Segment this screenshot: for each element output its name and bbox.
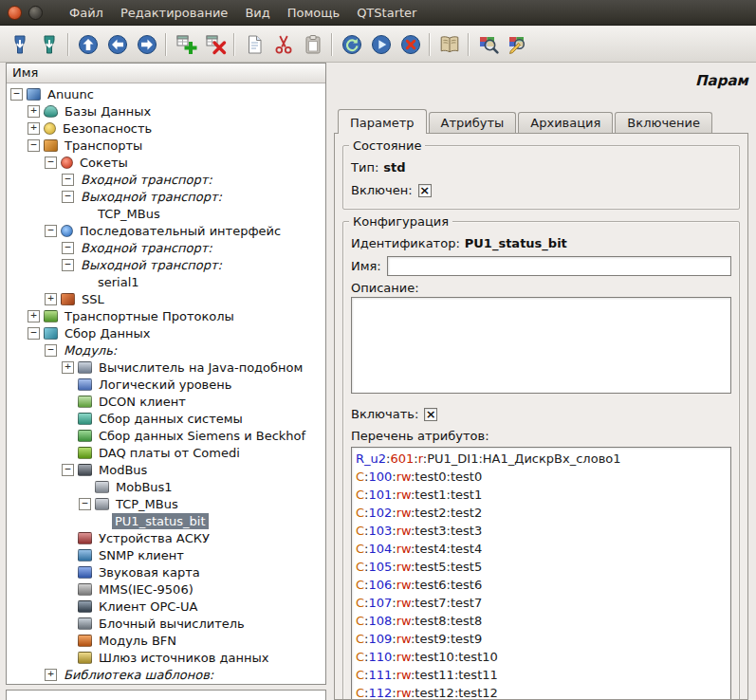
attribute-row[interactable]: C:102:rw:test2:test2 <box>352 504 730 522</box>
tree-item[interactable]: DCON клиент <box>7 393 325 410</box>
menu-item[interactable]: Вид <box>236 2 278 24</box>
tree-item[interactable]: −TCP_MBus <box>7 495 325 512</box>
expand-icon[interactable]: + <box>45 293 57 305</box>
window-close-button[interactable] <box>8 6 22 20</box>
menu-item[interactable]: Редактирование <box>112 2 236 24</box>
tree-item[interactable]: −ModBus <box>7 461 325 478</box>
tree-item[interactable]: Шлюз источников данных <box>7 649 325 666</box>
tree-item[interactable]: Логический уровень <box>7 376 325 393</box>
tree-item[interactable]: −Входной транспорт: <box>7 171 325 188</box>
delete-item-button[interactable] <box>200 29 230 59</box>
tree-item[interactable]: −Выходной транспорт: <box>7 256 325 273</box>
tree-item[interactable]: SNMP клиент <box>7 546 325 563</box>
attribute-row[interactable]: C:105:rw:test5:test5 <box>352 558 730 576</box>
expand-icon[interactable]: + <box>28 122 40 135</box>
attribute-row[interactable]: C:103:rw:test3:test3 <box>352 522 730 540</box>
tree-item[interactable]: +Библиотека шаблонов: <box>7 666 325 683</box>
attribute-row[interactable]: C:110:rw:test10:test10 <box>352 648 730 666</box>
tab[interactable]: Включение <box>615 112 712 133</box>
cut-button[interactable] <box>268 29 298 59</box>
tree-item[interactable]: −Anuunc <box>7 85 325 102</box>
tree-item[interactable]: +Вычислитель на Java-подобном <box>7 359 325 376</box>
reload-button[interactable] <box>337 29 366 59</box>
tree-item[interactable]: Сбор данных Siemens и Beckhof <box>7 427 325 444</box>
collapse-icon[interactable]: − <box>62 174 74 186</box>
collapse-icon[interactable]: − <box>45 225 57 237</box>
tree-item[interactable]: DAQ платы от Comedi <box>7 444 325 461</box>
collapse-icon[interactable]: − <box>62 464 74 476</box>
menu-item[interactable]: QTStarter <box>348 2 425 24</box>
window-minimize-button[interactable] <box>28 6 43 20</box>
tree-item-label: Логический уровень <box>96 377 234 393</box>
expand-icon[interactable]: + <box>28 105 40 118</box>
add-item-button[interactable] <box>171 29 200 59</box>
paste-button[interactable] <box>298 29 327 59</box>
expand-icon[interactable]: + <box>28 310 40 322</box>
collapse-icon[interactable]: − <box>10 88 23 101</box>
tab[interactable]: Атрибуты <box>429 112 517 133</box>
tree-item[interactable]: Блочный вычислитель <box>7 615 325 632</box>
collapse-icon[interactable]: − <box>62 242 74 254</box>
tree-item[interactable]: Модуль BFN <box>7 632 325 649</box>
attribute-row[interactable]: C:101:rw:test1:test1 <box>352 486 730 504</box>
collapse-icon[interactable]: − <box>28 139 40 152</box>
tree-item[interactable]: Устройства АСКУ <box>7 529 325 546</box>
tab[interactable]: Архивация <box>518 112 613 133</box>
collapse-icon[interactable]: − <box>62 259 74 271</box>
start-button[interactable] <box>366 29 396 59</box>
tree-item[interactable]: Звуковая карта <box>7 563 325 580</box>
tree-item[interactable]: −Модуль: <box>7 341 325 359</box>
tree-item[interactable]: +Базы Данных <box>7 102 325 120</box>
load-db-button[interactable] <box>5 29 34 59</box>
tree-item[interactable]: −Последовательный интерфейс <box>7 222 325 239</box>
tree-item[interactable]: MobBus1 <box>7 478 325 495</box>
stop-button[interactable] <box>396 29 425 59</box>
tree-item[interactable]: +Транспортные Протоколы <box>7 307 325 324</box>
attribute-row[interactable]: C:109:rw:test9:test9 <box>352 630 730 648</box>
tree-item[interactable]: MMS(IEC-9506) <box>7 580 325 598</box>
menu-item[interactable]: Помощь <box>279 2 348 24</box>
tree-item[interactable]: −Сокеты <box>7 154 325 171</box>
menu-item[interactable]: Файл <box>61 2 112 24</box>
tree-item[interactable]: +SSL <box>7 290 325 307</box>
enable-checkbox[interactable] <box>424 408 437 421</box>
attribute-row[interactable]: C:106:rw:test6:test6 <box>352 576 730 594</box>
save-db-button[interactable] <box>34 29 64 59</box>
attribute-row[interactable]: R_u2:601:r:PU1_DI1:HA1_ДискрВх_слово1 <box>352 450 730 468</box>
up-button[interactable] <box>73 29 102 59</box>
attribute-row[interactable]: C:112:rw:test12:test12 <box>352 684 730 700</box>
collapse-icon[interactable]: − <box>79 498 91 510</box>
tree-item[interactable]: Клиент OPC-UA <box>7 598 325 615</box>
collapse-icon[interactable]: − <box>45 344 57 357</box>
copy-button[interactable] <box>239 29 268 59</box>
collapse-icon[interactable]: − <box>45 157 57 169</box>
enabled-checkbox[interactable] <box>418 184 432 197</box>
tree-item[interactable]: +Безопасность <box>7 120 325 137</box>
manual-button[interactable] <box>434 29 464 59</box>
attribute-row[interactable]: C:100:rw:test0:test0 <box>352 468 730 486</box>
attribute-row[interactable]: C:107:rw:test7:test7 <box>352 594 730 612</box>
name-input[interactable] <box>387 256 731 276</box>
expand-icon[interactable]: + <box>62 361 74 374</box>
tree-item[interactable]: −Сбор Данных <box>7 324 325 341</box>
collapse-icon[interactable]: − <box>62 191 74 203</box>
attribute-row[interactable]: C:104:rw:test4:test4 <box>352 540 730 558</box>
forward-button[interactable] <box>132 29 161 59</box>
tree-item[interactable]: Сбор данных системы <box>7 410 325 427</box>
attribute-row[interactable]: C:108:rw:test8:test8 <box>352 612 730 630</box>
tree-item[interactable]: serial1 <box>7 273 325 290</box>
tree-item[interactable]: TCP_MBus <box>7 205 325 222</box>
find-edit-button[interactable] <box>503 29 532 59</box>
tree-item[interactable]: −Транспорты <box>7 137 325 154</box>
find-button[interactable] <box>473 29 503 59</box>
back-button[interactable] <box>102 29 132 59</box>
tree-item[interactable]: PU1_status_bit <box>7 512 325 529</box>
description-textarea[interactable] <box>351 297 731 394</box>
expand-icon[interactable]: + <box>45 669 57 681</box>
attribute-row[interactable]: C:111:rw:test11:test11 <box>352 666 730 684</box>
tree-item[interactable]: −Входной транспорт: <box>7 239 325 256</box>
tab[interactable]: Параметр <box>338 109 427 134</box>
tree-header[interactable]: Имя <box>7 64 325 83</box>
collapse-icon[interactable]: − <box>28 327 40 340</box>
tree-item[interactable]: −Выходной транспорт: <box>7 188 325 205</box>
